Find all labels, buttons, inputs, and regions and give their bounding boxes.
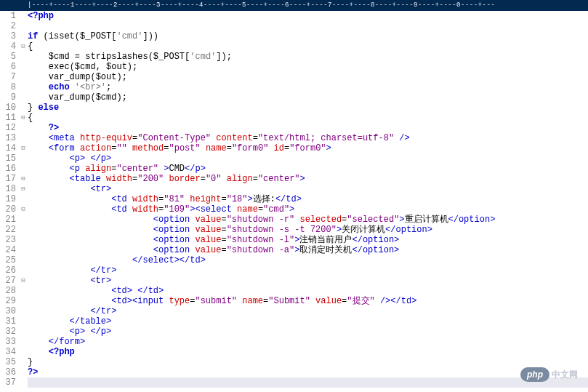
code-line[interactable]: </form> <box>28 337 588 347</box>
line-number: 16 <box>0 164 16 174</box>
line-number: 33 <box>0 337 16 347</box>
fold-toggle-icon <box>19 367 28 377</box>
code-line[interactable] <box>28 21 588 31</box>
fold-toggle-icon <box>19 265 28 276</box>
fold-toggle-icon <box>19 235 28 245</box>
fold-toggle-icon[interactable]: ⊟ <box>19 184 28 194</box>
code-line[interactable]: <form action="" method="post" name="form… <box>28 143 588 153</box>
code-line[interactable]: { <box>28 113 588 123</box>
code-line[interactable]: <tr> <box>28 184 588 194</box>
code-area[interactable]: <?php if (isset($_POST['cmd'])){ $cmd = … <box>28 11 588 388</box>
code-line[interactable]: <p align="center" >CMD</p> <box>28 164 588 174</box>
fold-toggle-icon <box>19 153 28 164</box>
fold-toggle-icon <box>19 194 28 204</box>
code-line[interactable]: $cmd = stripslashes($_POST['cmd']); <box>28 52 588 62</box>
fold-toggle-icon <box>19 225 28 235</box>
line-number: 11 <box>0 113 16 123</box>
line-number: 22 <box>0 225 16 235</box>
line-number: 15 <box>0 153 16 164</box>
code-line[interactable]: <option value="shutdown -r" selected="se… <box>28 215 588 225</box>
code-line[interactable]: </table> <box>28 316 588 327</box>
code-line[interactable]: <option value="shutdown -a">取消定时关机</opti… <box>28 245 588 255</box>
line-number: 17 <box>0 174 16 184</box>
code-line[interactable]: </select></td> <box>28 255 588 265</box>
line-number: 4 <box>0 41 16 52</box>
code-line[interactable]: { <box>28 41 588 52</box>
code-line[interactable]: <td width="109"><select name="cmd"> <box>28 204 588 215</box>
ruler: |----+----1----+----2----+----3----+----… <box>0 0 588 11</box>
fold-toggle-icon <box>19 72 28 82</box>
line-number: 30 <box>0 306 16 316</box>
line-number: 19 <box>0 194 16 204</box>
code-line[interactable]: <p> </p> <box>28 327 588 337</box>
code-editor[interactable]: 1234567891011121314151617181920212223242… <box>0 11 588 388</box>
code-line[interactable]: </tr> <box>28 306 588 316</box>
line-number: 7 <box>0 72 16 82</box>
line-number: 20 <box>0 204 16 215</box>
fold-toggle-icon <box>19 337 28 347</box>
fold-toggle-icon[interactable]: ⊟ <box>19 41 28 52</box>
fold-toggle-icon[interactable]: ⊟ <box>19 204 28 215</box>
code-line[interactable]: <table width="200" border="0" align="cen… <box>28 174 588 184</box>
fold-toggle-icon <box>19 245 28 255</box>
code-line[interactable]: <td> </td> <box>28 286 588 296</box>
code-line[interactable]: <option value="shutdown -s -t 7200">关闭计算… <box>28 225 588 235</box>
line-number: 2 <box>0 21 16 31</box>
code-line[interactable]: <meta http-equiv="Content-Type" content=… <box>28 133 588 143</box>
fold-toggle-icon <box>19 306 28 316</box>
code-line[interactable]: var_dump($cmd); <box>28 92 588 103</box>
fold-toggle-icon[interactable]: ⊟ <box>19 113 28 123</box>
code-line[interactable] <box>28 377 588 388</box>
line-number: 21 <box>0 215 16 225</box>
line-number: 13 <box>0 133 16 143</box>
line-number: 35 <box>0 357 16 367</box>
fold-toggle-icon <box>19 52 28 62</box>
fold-toggle-icon <box>19 62 28 72</box>
fold-toggle-icon <box>19 316 28 327</box>
fold-toggle-icon <box>19 347 28 357</box>
code-line[interactable]: <?php <box>28 11 588 21</box>
code-line[interactable]: <option value="shutdown -l">注销当前用户</opti… <box>28 235 588 245</box>
line-number: 12 <box>0 123 16 133</box>
code-line[interactable]: <td width="81" height="18">选择:</td> <box>28 194 588 204</box>
code-line[interactable]: <?php <box>28 347 588 357</box>
line-number: 9 <box>0 92 16 103</box>
line-number: 37 <box>0 377 16 388</box>
code-line[interactable]: ?> <box>28 367 588 377</box>
php-pill-icon: php <box>520 367 549 382</box>
line-number: 1 <box>0 11 16 21</box>
fold-toggle-icon[interactable]: ⊟ <box>19 143 28 153</box>
fold-toggle-icon <box>19 31 28 41</box>
code-line[interactable]: } <box>28 357 588 367</box>
line-number: 31 <box>0 316 16 327</box>
fold-toggle-icon <box>19 11 28 21</box>
line-number: 34 <box>0 347 16 357</box>
code-line[interactable]: if (isset($_POST['cmd'])) <box>28 31 588 41</box>
fold-toggle-icon <box>19 377 28 388</box>
fold-toggle-icon <box>19 357 28 367</box>
code-line[interactable]: <p> </p> <box>28 153 588 164</box>
code-line[interactable]: <td><input type="submit" name="Submit" v… <box>28 296 588 306</box>
fold-toggle-icon <box>19 21 28 31</box>
code-line[interactable]: } else <box>28 103 588 113</box>
fold-column[interactable]: ⊟⊟⊟⊟⊟⊟⊟ <box>19 11 28 388</box>
code-line[interactable]: exec($cmd, $out); <box>28 62 588 72</box>
line-number: 14 <box>0 143 16 153</box>
fold-toggle-icon <box>19 164 28 174</box>
fold-toggle-icon <box>19 133 28 143</box>
line-number: 29 <box>0 296 16 306</box>
fold-toggle-icon[interactable]: ⊟ <box>19 276 28 286</box>
line-number: 27 <box>0 276 16 286</box>
code-line[interactable]: echo '<br>'; <box>28 82 588 92</box>
line-number: 5 <box>0 52 16 62</box>
code-line[interactable]: <tr> <box>28 276 588 286</box>
code-line[interactable]: var_dump($out); <box>28 72 588 82</box>
line-number: 25 <box>0 255 16 265</box>
code-line[interactable]: ?> <box>28 123 588 133</box>
logo-text: 中文网 <box>552 369 578 381</box>
code-line[interactable]: </tr> <box>28 265 588 276</box>
watermark-logo: php 中文网 <box>520 367 578 382</box>
line-number: 32 <box>0 327 16 337</box>
fold-toggle-icon[interactable]: ⊟ <box>19 174 28 184</box>
fold-toggle-icon <box>19 103 28 113</box>
